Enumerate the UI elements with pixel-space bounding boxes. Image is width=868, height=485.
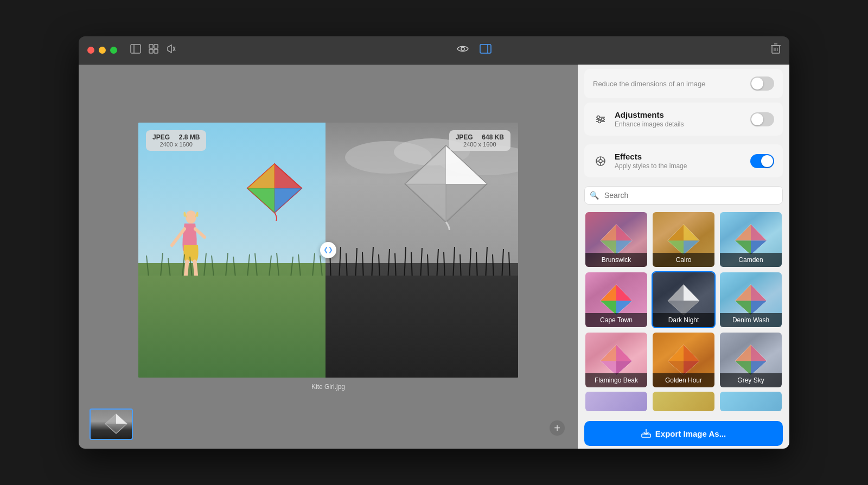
svg-marker-75 [446, 146, 487, 184]
effect-camden[interactable]: Camden [719, 211, 783, 268]
svg-marker-78 [405, 184, 446, 222]
mute-icon[interactable] [166, 44, 177, 56]
grid-icon[interactable] [149, 44, 158, 56]
adjustments-icon [593, 112, 608, 127]
effect-cairo-label: Cairo [653, 253, 714, 267]
svg-line-64 [453, 247, 455, 280]
effect-cape-town-label: Cape Town [585, 313, 647, 327]
filmstrip-thumb-1[interactable] [90, 409, 133, 440]
left-image-badge: JPEG 2.8 MB 2400 x 1600 [146, 130, 206, 151]
effect-cairo[interactable]: Cairo [652, 211, 716, 268]
effects-toggle[interactable] [750, 154, 774, 168]
image-filename: Kite Girl.jpg [311, 383, 345, 391]
effect-partial-1[interactable] [584, 391, 648, 412]
effect-grey-sky-label: Grey Sky [720, 373, 782, 387]
svg-marker-76 [405, 146, 446, 184]
panel-toggle-icon[interactable] [480, 44, 492, 56]
effect-dark-night[interactable]: Dark Night [652, 271, 716, 328]
effect-partial-2[interactable] [652, 391, 716, 412]
title-bar [79, 36, 789, 65]
effects-grid: Brunswick Cairo [584, 211, 783, 388]
svg-line-55 [379, 254, 380, 280]
right-panel: Reduce the dimensions of an image [578, 65, 789, 449]
effects-section: Effects Apply styles to the image [584, 144, 783, 177]
svg-line-35 [212, 256, 214, 283]
effect-golden-hour[interactable]: Golden Hour [652, 331, 716, 388]
trash-icon[interactable] [771, 43, 781, 57]
svg-line-21 [195, 229, 205, 237]
svg-point-17 [186, 210, 196, 224]
svg-line-57 [395, 253, 396, 280]
svg-line-62 [437, 249, 438, 280]
split-handle[interactable] [320, 242, 336, 258]
effect-camden-label: Camden [720, 253, 782, 267]
main-content: JPEG 2.8 MB 2400 x 1600 [79, 65, 789, 449]
svg-line-38 [247, 254, 250, 283]
image-container: JPEG 2.8 MB 2400 x 1600 [138, 123, 518, 378]
maximize-button[interactable] [110, 47, 117, 54]
effect-dark-night-label: Dark Night [653, 313, 714, 327]
app-window: JPEG 2.8 MB 2400 x 1600 [79, 36, 789, 449]
search-bar: 🔍 [584, 186, 783, 205]
svg-line-59 [411, 252, 412, 280]
svg-marker-27 [275, 188, 302, 213]
svg-line-32 [182, 254, 184, 283]
svg-line-43 [298, 254, 301, 283]
svg-line-68 [486, 247, 487, 280]
svg-line-69 [493, 254, 494, 280]
traffic-lights [87, 47, 117, 54]
add-image-button[interactable]: + [550, 420, 565, 436]
svg-point-8 [461, 47, 464, 50]
effect-golden-hour-label: Golden Hour [653, 373, 714, 387]
svg-line-39 [255, 253, 258, 283]
eye-icon[interactable] [457, 44, 469, 56]
effect-cape-town[interactable]: Cape Town [584, 271, 648, 328]
effect-brunswick[interactable]: Brunswick [584, 211, 648, 268]
reduce-section: Reduce the dimensions of an image [584, 69, 783, 98]
svg-line-60 [420, 248, 422, 280]
svg-line-36 [225, 253, 228, 283]
titlebar-right [771, 43, 781, 57]
svg-marker-25 [275, 164, 302, 188]
svg-line-52 [355, 248, 357, 280]
close-button[interactable] [87, 47, 94, 54]
svg-rect-0 [131, 44, 141, 53]
svg-marker-77 [446, 184, 487, 222]
adjustments-section: Adjustments Enhance images details [584, 103, 783, 136]
search-icon: 🔍 [590, 191, 599, 200]
sidebar-icon[interactable] [130, 44, 141, 56]
effect-partial-3[interactable] [719, 391, 783, 412]
effect-flamingo-beak[interactable]: Flamingo Beak [584, 331, 648, 388]
svg-line-54 [372, 247, 373, 280]
svg-line-63 [444, 252, 445, 280]
svg-line-42 [290, 257, 293, 283]
effect-grey-sky[interactable]: Grey Sky [719, 331, 783, 388]
effects-icon [593, 154, 608, 169]
svg-line-53 [362, 252, 363, 280]
svg-point-89 [598, 120, 601, 123]
svg-point-87 [597, 116, 600, 118]
reduce-toggle[interactable] [750, 76, 774, 91]
titlebar-left-icons [130, 44, 177, 56]
image-left-panel: JPEG 2.8 MB 2400 x 1600 [138, 123, 326, 378]
minimize-button[interactable] [99, 47, 106, 54]
effect-denim-wash-label: Denim Wash [720, 313, 782, 327]
adjustments-toggle[interactable] [750, 112, 774, 126]
svg-marker-28 [247, 188, 275, 213]
export-button[interactable]: Export Image As... [584, 421, 783, 446]
effect-denim-wash[interactable]: Denim Wash [719, 271, 783, 328]
svg-line-70 [502, 249, 503, 280]
svg-line-51 [346, 253, 347, 280]
image-panel: JPEG 2.8 MB 2400 x 1600 [79, 65, 578, 449]
svg-rect-5 [154, 49, 158, 53]
filmstrip [90, 409, 133, 440]
effect-brunswick-label: Brunswick [585, 253, 647, 267]
svg-point-91 [599, 159, 602, 163]
image-right-panel: JPEG 648 KB 2400 x 1600 [326, 123, 518, 378]
svg-line-40 [269, 256, 271, 283]
right-image-badge: JPEG 648 KB 2400 x 1600 [449, 130, 510, 151]
svg-line-33 [190, 257, 193, 283]
search-input[interactable] [584, 186, 783, 205]
svg-rect-9 [480, 44, 491, 53]
svg-line-58 [404, 247, 406, 280]
